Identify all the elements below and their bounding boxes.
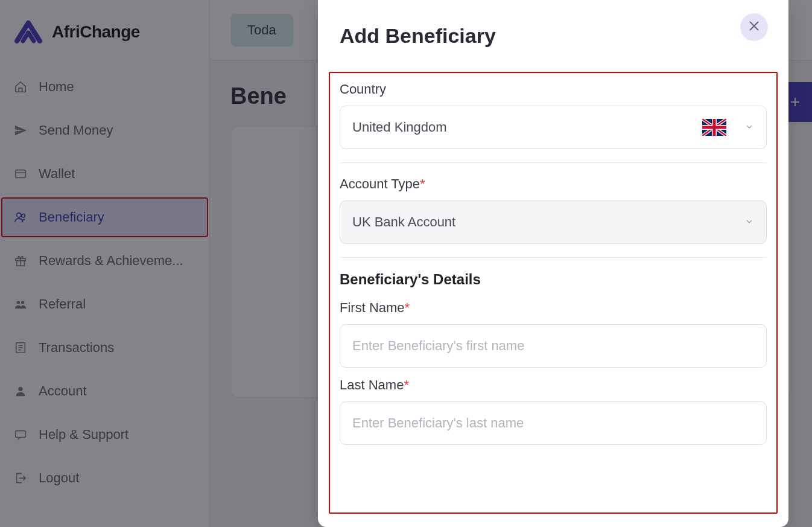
modal-title: Add Beneficiary — [340, 24, 496, 48]
first-name-group: First Name* — [340, 300, 767, 368]
last-name-group: Last Name* — [340, 377, 767, 445]
last-name-input[interactable] — [340, 401, 767, 445]
divider — [340, 257, 767, 258]
account-type-value: UK Bank Account — [352, 214, 455, 230]
divider — [340, 162, 767, 163]
uk-flag-icon — [702, 119, 726, 136]
last-name-label: Last Name* — [340, 377, 767, 393]
required-indicator: * — [420, 176, 425, 191]
chevron-down-icon — [744, 120, 754, 135]
beneficiary-details-heading: Beneficiary's Details — [340, 271, 767, 288]
chevron-down-icon — [744, 214, 754, 230]
add-beneficiary-modal: Add Beneficiary Country United Kingdom — [318, 0, 788, 527]
first-name-input[interactable] — [340, 324, 767, 368]
country-value: United Kingdom — [352, 120, 447, 135]
country-label: Country — [340, 81, 767, 97]
country-select[interactable]: United Kingdom — [340, 106, 767, 149]
close-icon — [747, 19, 761, 35]
modal-body: Country United Kingdom — [318, 55, 788, 527]
required-indicator: * — [404, 377, 409, 392]
form-highlight: Country United Kingdom — [329, 72, 778, 514]
country-group: Country United Kingdom — [340, 81, 767, 149]
close-button[interactable] — [740, 13, 768, 41]
account-type-label: Account Type* — [340, 176, 767, 192]
account-type-group: Account Type* UK Bank Account — [340, 176, 767, 244]
required-indicator: * — [405, 300, 410, 315]
modal-header: Add Beneficiary — [318, 0, 788, 55]
first-name-label: First Name* — [340, 300, 767, 316]
account-type-select[interactable]: UK Bank Account — [340, 200, 767, 244]
